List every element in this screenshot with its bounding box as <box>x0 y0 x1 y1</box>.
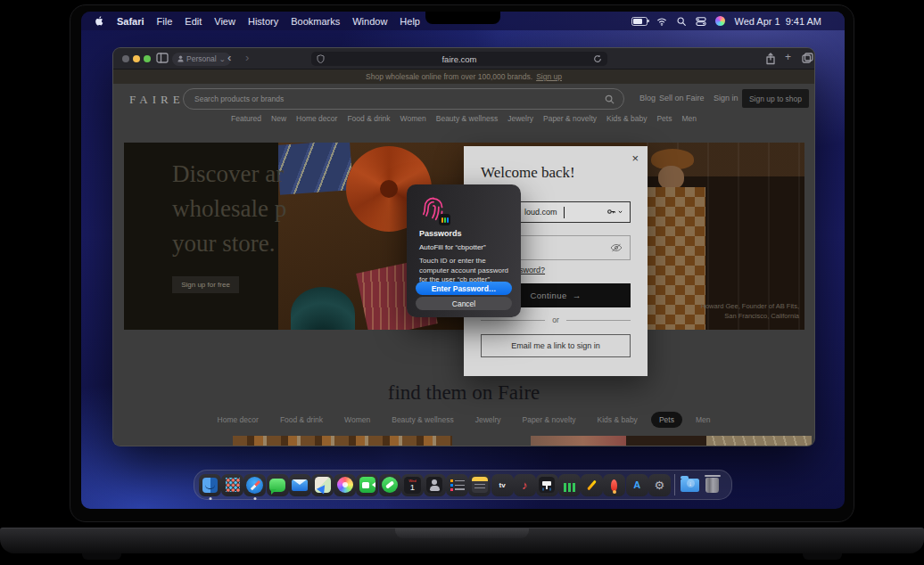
dock-phone-icon[interactable] <box>379 470 401 500</box>
chevron-down-icon <box>618 210 623 214</box>
cancel-button[interactable]: Cancel <box>416 297 512 310</box>
camera-notch <box>425 12 500 24</box>
dock-tv-icon[interactable]: tv <box>491 470 513 500</box>
pill-jewelry[interactable]: Jewelry <box>467 412 509 428</box>
siri-icon[interactable] <box>715 16 725 26</box>
dock-settings-icon[interactable]: ⚙ <box>648 470 671 500</box>
zoom-window-button[interactable] <box>144 55 151 62</box>
nav-featured[interactable]: Featured <box>231 114 261 123</box>
menu-view[interactable]: View <box>214 16 235 27</box>
back-button[interactable]: ‹ <box>227 51 231 64</box>
menu-bar-clock[interactable]: Wed Apr 1 9:41 AM <box>734 16 821 27</box>
dock-downloads-folder-icon[interactable] <box>679 470 701 500</box>
apple-menu-icon[interactable] <box>95 15 104 27</box>
dock-notes-icon[interactable] <box>468 470 491 500</box>
dock-calendar-icon[interactable]: Wed1 <box>401 470 424 500</box>
promo-banner-signup-link[interactable]: Sign up <box>536 72 562 81</box>
sign-in-link[interactable]: Sign in <box>714 94 738 102</box>
pill-pets-active[interactable]: Pets <box>651 412 682 428</box>
nav-new[interactable]: New <box>271 114 286 123</box>
faire-logo[interactable]: FAIRE <box>129 93 185 107</box>
dock-trash-icon[interactable] <box>701 470 723 500</box>
safari-toolbar: Personal ⌄ ‹ › faire.com <box>113 48 814 70</box>
product-image-strip <box>233 436 452 446</box>
hero-heading: Discover ar wholesale p your store. <box>172 157 404 261</box>
sign-up-to-shop-button[interactable]: Sign up to shop <box>742 89 809 108</box>
tab-overview-icon[interactable] <box>802 53 813 63</box>
product-image-strip <box>626 436 706 446</box>
url-text: faire.com <box>441 54 476 64</box>
dock-facetime-icon[interactable] <box>356 470 378 500</box>
menu-history[interactable]: History <box>248 16 278 27</box>
menu-edit[interactable]: Edit <box>185 16 202 27</box>
minimize-window-button[interactable] <box>133 55 140 62</box>
dock-app-store-icon[interactable]: A <box>626 470 648 500</box>
nav-jewelry[interactable]: Jewelry <box>507 114 533 123</box>
profile-chip[interactable]: Personal ⌄ <box>172 53 231 66</box>
nav-women[interactable]: Women <box>400 114 426 123</box>
privacy-shield-icon[interactable] <box>317 54 325 63</box>
nav-pets[interactable]: Pets <box>656 114 672 123</box>
photo-founder-face <box>658 166 684 190</box>
spotlight-search-icon[interactable] <box>676 16 687 27</box>
show-password-eye-icon[interactable] <box>610 243 623 252</box>
pill-women[interactable]: Women <box>336 412 378 428</box>
dock-keynote-icon[interactable] <box>536 470 558 500</box>
dock-rocket-icon[interactable] <box>603 470 625 500</box>
profile-person-icon <box>177 55 184 62</box>
sidebar-icon[interactable] <box>156 53 169 63</box>
menu-window[interactable]: Window <box>352 16 387 27</box>
forward-button[interactable]: › <box>245 51 249 64</box>
dock-reminders-icon[interactable] <box>446 470 468 500</box>
pill-food-drink[interactable]: Food & drink <box>272 412 331 428</box>
new-tab-icon[interactable]: + <box>785 51 791 63</box>
nav-food-drink[interactable]: Food & drink <box>347 114 390 123</box>
pill-paper-novelty[interactable]: Paper & novelty <box>514 412 583 428</box>
share-icon[interactable] <box>765 53 776 65</box>
hero-heading-line: wholesale p <box>172 192 404 226</box>
pill-beauty-wellness[interactable]: Beauty & wellness <box>384 412 461 428</box>
category-nav: Featured New Home decor Food & drink Wom… <box>113 114 814 123</box>
control-center-icon[interactable] <box>696 16 706 27</box>
dock-contacts-icon[interactable] <box>424 470 446 500</box>
site-search-placeholder: Search products or brands <box>194 94 284 103</box>
running-indicator <box>209 497 211 500</box>
dock-messages-icon[interactable] <box>267 470 289 500</box>
email-link-button[interactable]: Email me a link to sign in <box>481 334 631 357</box>
pill-kids-baby[interactable]: Kids & baby <box>590 412 646 428</box>
dock-finder-icon[interactable] <box>199 470 221 500</box>
close-window-button[interactable] <box>122 55 129 62</box>
nav-beauty-wellness[interactable]: Beauty & wellness <box>436 114 498 123</box>
pill-men[interactable]: Men <box>688 412 719 428</box>
wifi-icon[interactable] <box>656 16 667 27</box>
nav-paper-novelty[interactable]: Paper & novelty <box>543 114 597 123</box>
dock-photos-icon[interactable] <box>334 470 356 500</box>
dock-numbers-icon[interactable] <box>558 470 581 500</box>
menu-bookmarks[interactable]: Bookmarks <box>291 16 340 27</box>
sign-up-free-button[interactable]: Sign up for free <box>172 276 239 293</box>
nav-kids-baby[interactable]: Kids & baby <box>606 114 647 123</box>
nav-home-decor[interactable]: Home decor <box>296 114 337 123</box>
dock-music-icon[interactable]: ♪ <box>514 470 536 500</box>
dock-maps-icon[interactable] <box>311 470 334 500</box>
menu-help[interactable]: Help <box>400 16 420 27</box>
modal-title: Welcome back! <box>481 164 575 182</box>
battery-icon[interactable] <box>631 17 648 26</box>
dock-mail-icon[interactable] <box>289 470 311 500</box>
email-field-value: loud.com <box>524 208 557 217</box>
autofill-key-icon[interactable] <box>606 207 623 217</box>
menu-safari[interactable]: Safari <box>117 16 144 27</box>
dock-pages-icon[interactable] <box>581 470 603 500</box>
blog-link[interactable]: Blog <box>639 94 656 102</box>
dock-launchpad-icon[interactable] <box>221 470 243 500</box>
sell-on-faire-link[interactable]: Sell on Faire <box>659 94 705 102</box>
dock-safari-icon[interactable] <box>243 470 266 500</box>
pill-home-decor[interactable]: Home decor <box>210 412 267 428</box>
reload-icon[interactable] <box>593 54 602 63</box>
enter-password-button[interactable]: Enter Password… <box>416 282 512 295</box>
menu-file[interactable]: File <box>157 16 173 27</box>
close-icon[interactable]: × <box>631 151 639 165</box>
address-bar[interactable]: faire.com <box>311 52 607 66</box>
nav-men[interactable]: Men <box>681 114 697 123</box>
site-search-input[interactable]: Search products or brands <box>183 88 624 110</box>
